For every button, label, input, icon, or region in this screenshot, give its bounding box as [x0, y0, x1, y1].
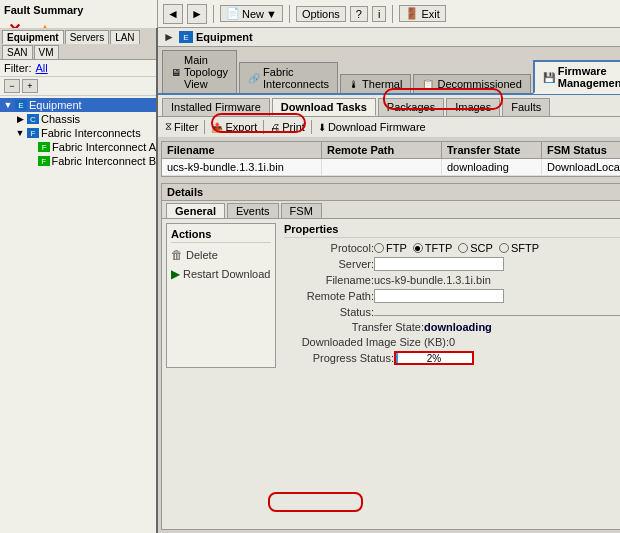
downloaded-size-row: Downloaded Image Size (KB): 0: [284, 336, 620, 348]
tab-servers[interactable]: Servers: [65, 30, 109, 44]
tab-fabric-interconnects[interactable]: 🔗 Fabric Interconnects: [239, 62, 338, 93]
progress-value: 2%: [396, 353, 472, 364]
status-label: Status:: [284, 306, 374, 318]
delete-label: Delete: [186, 249, 218, 261]
action-separator-1: [204, 120, 205, 134]
info-label: i: [378, 8, 380, 20]
left-tab-bar: Equipment Servers LAN SAN VM: [0, 28, 156, 60]
tab-firmware-management[interactable]: 💾 Firmware Management: [533, 60, 620, 94]
actions-section: Actions 🗑 Delete ▶ Restart Download: [166, 223, 276, 368]
print-icon: 🖨: [270, 122, 280, 133]
tab-vm[interactable]: VM: [34, 45, 59, 59]
download-firmware-label: Download Firmware: [328, 121, 426, 133]
download-tasks-label: Download Tasks: [281, 101, 367, 113]
tree-item-fabric-a[interactable]: F Fabric Interconnect A: [0, 140, 156, 154]
tree-item-chassis[interactable]: ▶ C Chassis: [0, 112, 156, 126]
col-header-filename: Filename: [162, 142, 322, 158]
back-button[interactable]: ◄: [163, 4, 183, 24]
restart-download-action[interactable]: ▶ Restart Download: [171, 266, 271, 282]
progress-label: Progress Status:: [284, 352, 394, 364]
left-panel: Equipment Servers LAN SAN VM Filter: All…: [0, 28, 158, 533]
installed-firmware-label: Installed Firmware: [171, 101, 261, 113]
cell-transfer-state: downloading: [442, 159, 542, 175]
radio-ftp-circle: [374, 243, 384, 253]
print-button[interactable]: 🖨 Print: [268, 120, 307, 134]
fault-summary-title: Fault Summary: [4, 4, 153, 16]
table-row[interactable]: ucs-k9-bundle.1.3.1i.bin downloading Dow…: [162, 159, 620, 176]
tab-decommissioned[interactable]: 📋 Decommissioned: [413, 74, 530, 93]
restart-icon: ▶: [171, 267, 180, 281]
filename-row: Filename: ucs-k9-bundle.1.3.1i.bin: [284, 274, 620, 286]
subtab-download-tasks[interactable]: Download Tasks: [272, 98, 376, 116]
firmware-management-label: Firmware Management: [558, 65, 620, 89]
exit-button[interactable]: 🚪 Exit: [399, 5, 445, 22]
tree-item-equipment[interactable]: ▼ E Equipment: [0, 98, 156, 112]
tree-item-fabric-b[interactable]: F Fabric Interconnect B: [0, 154, 156, 168]
subtab-installed-firmware[interactable]: Installed Firmware: [162, 98, 270, 116]
remote-path-input[interactable]: [374, 289, 504, 303]
tab-equipment[interactable]: Equipment: [2, 30, 64, 44]
tree-toggle-equipment[interactable]: ▼: [2, 100, 14, 110]
delete-action[interactable]: 🗑 Delete: [171, 247, 271, 263]
toolbar-separator-3: [392, 5, 393, 23]
protocol-label: Protocol:: [284, 242, 374, 254]
tab-san[interactable]: SAN: [2, 45, 33, 59]
breadcrumb-text: Equipment: [196, 31, 253, 43]
options-label: Options: [302, 8, 340, 20]
tab-thermal[interactable]: 🌡 Thermal: [340, 74, 411, 93]
info-button[interactable]: i: [372, 6, 386, 22]
export-button[interactable]: 📤 Export: [209, 120, 259, 134]
right-panel: ► E Equipment 🖥 Main Topology View 🔗 Fab…: [158, 28, 620, 533]
events-tab-label: Events: [236, 205, 270, 217]
firmware-table: Filename Remote Path Transfer State FSM …: [161, 141, 620, 177]
filter-value[interactable]: All: [36, 62, 48, 74]
server-label: Server:: [284, 258, 374, 270]
details-tab-general[interactable]: General: [166, 203, 225, 218]
tree-toggle-chassis[interactable]: ▶: [14, 114, 26, 124]
tree-label-fabric-interconnects: Fabric Interconnects: [41, 127, 141, 139]
forward-button[interactable]: ►: [187, 4, 207, 24]
properties-section: Properties Protocol: FTP TFTP: [284, 223, 620, 368]
decommissioned-label: Decommissioned: [437, 78, 521, 90]
tree-label-fabric-a: Fabric Interconnect A: [52, 141, 156, 153]
help-label: ?: [356, 8, 362, 20]
radio-sftp-label: SFTP: [511, 242, 539, 254]
breadcrumb: ► E Equipment: [158, 28, 620, 47]
packages-label: Packages: [387, 101, 435, 113]
tree-label-fabric-b: Fabric Interconnect B: [51, 155, 156, 167]
protocol-radio-group: FTP TFTP SCP: [374, 242, 539, 254]
export-label: Export: [225, 121, 257, 133]
subtab-packages[interactable]: Packages: [378, 98, 444, 116]
radio-ftp-label: FTP: [386, 242, 407, 254]
main-toolbar: ◄ ► 📄 New ▼ Options ? i 🚪 Exit: [158, 0, 620, 28]
status-separator: Status:: [284, 306, 620, 318]
expand-all-button[interactable]: +: [22, 79, 38, 93]
collapse-all-button[interactable]: −: [4, 79, 20, 93]
radio-sftp-circle: [499, 243, 509, 253]
fabric-b-icon: F: [37, 155, 51, 167]
tree-item-fabric-interconnects[interactable]: ▼ F Fabric Interconnects: [0, 126, 156, 140]
new-button[interactable]: 📄 New ▼: [220, 5, 283, 22]
details-tab-events[interactable]: Events: [227, 203, 279, 218]
general-tab-label: General: [175, 205, 216, 217]
sub-tab-bar: Installed Firmware Download Tasks Packag…: [158, 95, 620, 117]
help-button[interactable]: ?: [350, 6, 368, 22]
filter-label: Filter:: [4, 62, 32, 74]
radio-sftp[interactable]: SFTP: [499, 242, 539, 254]
server-input[interactable]: [374, 257, 504, 271]
tab-lan[interactable]: LAN: [110, 30, 139, 44]
fabric-interconnects-tab-icon: 🔗: [248, 73, 260, 84]
subtab-faults[interactable]: Faults: [502, 98, 550, 116]
options-button[interactable]: Options: [296, 6, 346, 22]
radio-tftp[interactable]: TFTP: [413, 242, 453, 254]
delete-icon: 🗑: [171, 248, 183, 262]
download-firmware-button[interactable]: ⬇ Download Firmware: [316, 120, 428, 134]
thermal-label: Thermal: [362, 78, 402, 90]
filter-button[interactable]: ⧖ Filter: [163, 120, 200, 134]
details-tab-fsm[interactable]: FSM: [281, 203, 322, 218]
tab-main-topology[interactable]: 🖥 Main Topology View: [162, 50, 237, 93]
tree-toggle-fabric[interactable]: ▼: [14, 128, 26, 138]
subtab-images[interactable]: Images: [446, 98, 500, 116]
radio-ftp[interactable]: FTP: [374, 242, 407, 254]
radio-scp[interactable]: SCP: [458, 242, 493, 254]
